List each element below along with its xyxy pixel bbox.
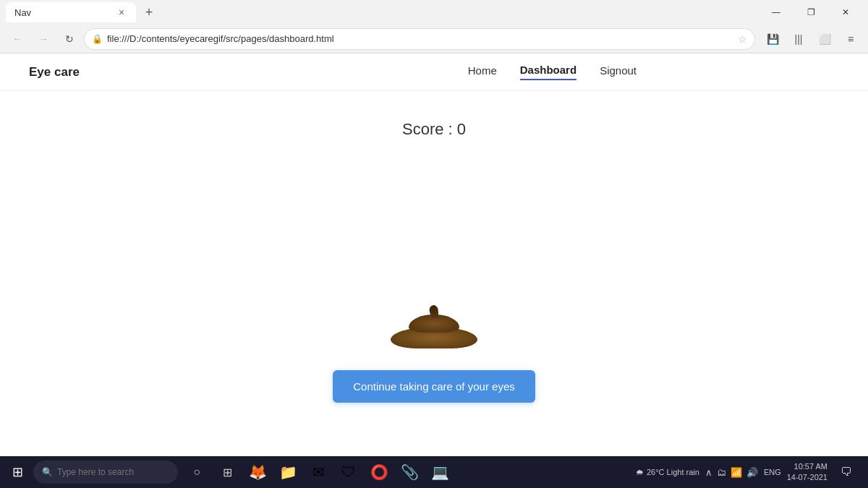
browser-tab[interactable]: Nav ×	[6, 2, 136, 22]
window-controls: — ❐ ✕	[760, 0, 862, 25]
start-button[interactable]: ⊞	[3, 458, 32, 487]
browser-chrome: Nav × + — ❐ ✕ ← → ↻ 🔒 ☆ 💾 ||| ⬜ ≡	[0, 0, 868, 53]
address-bar-container: 🔒 ☆	[84, 28, 755, 50]
nav-link-home[interactable]: Home	[468, 64, 497, 80]
start-icon: ⊞	[12, 464, 23, 480]
address-input[interactable]	[107, 33, 733, 44]
nav-link-signout[interactable]: Signout	[600, 64, 637, 80]
menu-icon[interactable]: ≡	[839, 27, 862, 51]
taskbar-search-bar[interactable]: 🔍	[33, 461, 178, 484]
language-indicator[interactable]: ENG	[764, 468, 781, 476]
vscode-app[interactable]: 💻	[425, 458, 454, 487]
tray-network-icon[interactable]: 📶	[731, 467, 742, 478]
taskbar: ⊞ 🔍 ○ ⊞ 🦊 📁 ✉ 🛡 ⭕ 📎 💻 🌧 26°C Light rain …	[0, 456, 868, 488]
widgets-button[interactable]: ⊞	[213, 458, 242, 487]
pocket-icon[interactable]: 💾	[761, 27, 784, 51]
new-tab-button[interactable]: +	[139, 2, 159, 22]
task-view-button[interactable]: ○	[182, 458, 211, 487]
toolbar-icons: 💾 ||| ⬜ ≡	[761, 27, 862, 51]
split-view-icon[interactable]: ⬜	[813, 27, 836, 51]
tray-expand-icon[interactable]: ∧	[705, 467, 712, 478]
clock-widget: 10:57 AM 14-07-2021	[787, 461, 827, 484]
notification-button[interactable]: 🗨	[833, 458, 859, 487]
clip-app[interactable]: 📎	[395, 458, 424, 487]
dirt-pile-illustration	[387, 309, 481, 348]
shield-app[interactable]: 🛡	[334, 458, 363, 487]
tray-calendar-icon[interactable]: 🗂	[717, 467, 726, 478]
clock-time: 10:57 AM	[787, 461, 827, 472]
back-button[interactable]: ←	[6, 27, 29, 51]
address-lock-icon: 🔒	[92, 34, 103, 44]
score-display: Score : 0	[402, 120, 466, 139]
weather-text: 26°C Light rain	[647, 468, 699, 476]
weather-widget: 🌧 26°C Light rain	[636, 468, 699, 476]
forward-button[interactable]: →	[32, 27, 55, 51]
refresh-button[interactable]: ↻	[58, 27, 81, 51]
taskbar-search-icon: 🔍	[42, 467, 53, 477]
collections-icon[interactable]: |||	[787, 27, 810, 51]
system-tray: ∧ 🗂 📶 🔊	[705, 467, 758, 478]
mail-app[interactable]: ✉	[304, 458, 333, 487]
continue-button[interactable]: Continue taking care of your eyes	[333, 370, 535, 403]
notification-icon: 🗨	[841, 466, 852, 479]
weather-icon: 🌧	[636, 468, 644, 476]
bookmark-icon[interactable]: ☆	[738, 33, 747, 45]
taskbar-search-input[interactable]	[57, 467, 166, 477]
firefox-app[interactable]: 🦊	[243, 458, 272, 487]
clock-date: 14-07-2021	[787, 472, 827, 483]
toolbar: ← → ↻ 🔒 ☆ 💾 ||| ⬜ ≡	[0, 25, 868, 53]
minimize-button[interactable]: —	[760, 0, 793, 25]
main-content: Score : 0 Continue taking care of your e…	[0, 91, 868, 403]
close-button[interactable]: ✕	[829, 0, 862, 25]
title-bar: Nav × + — ❐ ✕	[0, 0, 868, 25]
taskbar-apps: ○ ⊞ 🦊 📁 ✉ 🛡 ⭕ 📎 💻	[182, 458, 454, 487]
nav-bar: Eye care Home Dashboard Signout	[0, 53, 868, 91]
nav-link-dashboard[interactable]: Dashboard	[520, 64, 576, 80]
nav-links: Home Dashboard Signout	[468, 64, 637, 80]
brand-name: Eye care	[29, 65, 80, 80]
page-content: Eye care Home Dashboard Signout Score : …	[0, 53, 868, 456]
office-app[interactable]: ⭕	[365, 458, 393, 487]
restore-button[interactable]: ❐	[794, 0, 827, 25]
tray-volume-icon[interactable]: 🔊	[746, 467, 758, 478]
animation-area	[362, 262, 506, 348]
taskbar-right: 🌧 26°C Light rain ∧ 🗂 📶 🔊 ENG 10:57 AM 1…	[636, 458, 865, 487]
file-explorer-app[interactable]: 📁	[273, 458, 302, 487]
tab-title: Nav	[14, 7, 31, 18]
tab-close-button[interactable]: ×	[116, 7, 127, 18]
